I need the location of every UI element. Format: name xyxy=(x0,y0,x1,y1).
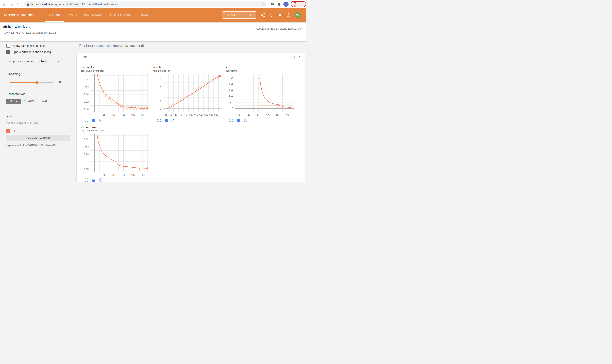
chart-plot-area[interactable]: 04k8k12k16k20k0.180.220.260.30.34 xyxy=(81,73,151,117)
send-feedback-button[interactable]: SEND FEEDBACK xyxy=(222,12,256,19)
tab-text[interactable]: TEXT xyxy=(153,8,166,22)
collapse-chevron-icon[interactable] xyxy=(298,55,301,58)
browser-update-button[interactable]: 更新 ⋮ xyxy=(291,1,306,7)
user-avatar[interactable]: W xyxy=(294,12,301,18)
chart-plot-area[interactable]: 04k8k12k16k20k0.180.220.260.30.34 xyxy=(81,133,151,177)
fit-domain-icon[interactable] xyxy=(172,118,175,122)
chevron-down-icon xyxy=(57,61,59,62)
svg-text:0.34: 0.34 xyxy=(84,138,89,141)
smoothing-value-input[interactable]: 0.6 xyxy=(57,80,70,85)
header-tabs: SCALARSGRAPHSHISTOGRAMSDISTRIBUTIONSHPAR… xyxy=(45,8,166,22)
svg-text:2k: 2k xyxy=(170,114,172,116)
experiment-id-label: experiment LJI9MWUORLOw3jkdhxwk8A xyxy=(6,144,76,147)
horizontal-axis-buttons: STEPRELATIVEWALL xyxy=(6,99,76,104)
expand-chart-icon[interactable] xyxy=(85,178,88,182)
fit-domain-icon[interactable] xyxy=(244,118,248,122)
smoothing-label: Smoothing xyxy=(6,72,76,76)
tab-graphs[interactable]: GRAPHS xyxy=(64,8,82,22)
svg-text:8k: 8k xyxy=(112,114,115,116)
svg-text:0: 0 xyxy=(232,107,233,110)
browser-toolbar: tensorboard.dev/experiment/LJI9MWUORLOw3… xyxy=(0,0,306,8)
svg-text:12k: 12k xyxy=(122,114,125,116)
chart-tot_avg_loss: tot_avg_losstag: train/tot_avg_loss04k8k… xyxy=(81,126,151,182)
tag-group-header[interactable]: train 4 xyxy=(77,53,305,61)
tooltip-sorting-label: Tooltip sorting method: xyxy=(6,60,35,64)
tab-scalars[interactable]: SCALARS xyxy=(45,8,64,22)
toggle-y-axis-icon[interactable] xyxy=(92,178,96,182)
svg-text:12: 12 xyxy=(158,85,161,88)
svg-text:20k: 20k xyxy=(141,114,145,116)
toggle-all-runs-button[interactable]: TOGGLE ALL RUNS xyxy=(6,135,70,141)
reload-icon[interactable] xyxy=(15,1,22,8)
url-text: tensorboard.dev/experiment/LJI9MWUORLOw3… xyxy=(31,2,118,6)
chart-title: epoch xyxy=(153,66,223,69)
fit-domain-icon[interactable] xyxy=(99,118,103,122)
svg-text:18k: 18k xyxy=(209,114,213,116)
tag-group-count: 4 xyxy=(294,55,295,59)
svg-text:16: 16 xyxy=(158,78,161,80)
lock-icon xyxy=(27,3,29,6)
experiment-created: Created on Sep 13, 2021, 11:59:23 AM xyxy=(256,27,302,30)
chart-title: tot_avg_loss xyxy=(81,126,151,129)
bookmark-star-icon[interactable]: ☆ xyxy=(262,2,265,6)
smoothing-slider[interactable] xyxy=(10,82,53,83)
ignore-outliers-checkbox[interactable] xyxy=(6,50,10,54)
chart-title: current_loss xyxy=(81,66,151,69)
svg-text:0.34: 0.34 xyxy=(84,78,89,81)
extensions-puzzle-icon[interactable] xyxy=(276,1,282,7)
extension-bowl-icon[interactable] xyxy=(269,1,276,7)
expand-chart-icon[interactable] xyxy=(85,118,88,122)
axis-button-wall[interactable]: WALL xyxy=(37,99,54,104)
browser-profile-avatar[interactable]: k xyxy=(283,2,289,7)
tag-group-name: train xyxy=(82,55,87,59)
tab-histograms[interactable]: HISTOGRAMS xyxy=(82,8,106,22)
share-icon[interactable] xyxy=(259,11,267,19)
svg-text:16k: 16k xyxy=(204,114,208,116)
svg-text:0.26: 0.26 xyxy=(84,153,89,156)
axis-button-step[interactable]: STEP xyxy=(6,99,21,104)
expand-chart-icon[interactable] xyxy=(229,118,233,122)
chart-toolbar xyxy=(81,118,151,122)
tooltip-sorting-select[interactable]: default xyxy=(38,59,60,64)
help-icon[interactable]: ? xyxy=(284,11,293,19)
tooltip-sorting-value: default xyxy=(38,59,47,63)
svg-text:8: 8 xyxy=(160,92,161,95)
svg-text:4k: 4k xyxy=(103,114,105,116)
chart-current_loss: current_losstag: train/current_loss04k8k… xyxy=(81,66,151,122)
divider xyxy=(0,113,76,113)
back-icon[interactable] xyxy=(1,1,8,8)
run-checkbox[interactable] xyxy=(6,129,10,133)
svg-text:20k: 20k xyxy=(214,114,218,116)
fit-domain-icon[interactable] xyxy=(99,178,103,182)
show-download-checkbox[interactable] xyxy=(6,44,10,48)
chart-tag: tag: train/lr xyxy=(226,69,296,72)
filter-tags-input[interactable]: Filter tags (regular expressions support… xyxy=(77,43,305,49)
svg-text:0.22: 0.22 xyxy=(84,101,89,103)
chart-plot-area[interactable]: 04k8k12k16k20k02e-44e-46e-48e-41e-3 xyxy=(226,73,296,117)
tab-hparams[interactable]: HPARAMS xyxy=(134,8,153,22)
toggle-y-axis-icon[interactable] xyxy=(237,118,240,122)
svg-text:20k: 20k xyxy=(141,174,145,176)
svg-text:8k: 8k xyxy=(257,114,260,116)
forward-icon[interactable] xyxy=(8,1,15,8)
toggle-y-axis-icon[interactable] xyxy=(92,118,96,122)
expand-chart-icon[interactable] xyxy=(157,118,161,122)
tab-distributions[interactable]: DISTRIBUTIONS xyxy=(106,8,134,22)
svg-text:0.3: 0.3 xyxy=(85,145,89,148)
address-bar[interactable]: tensorboard.dev/experiment/LJI9MWUORLOw3… xyxy=(24,1,267,7)
run-name: . xyxy=(18,129,18,132)
settings-gear-icon[interactable] xyxy=(276,11,284,19)
svg-text:0: 0 xyxy=(94,174,95,176)
svg-text:2e-4: 2e-4 xyxy=(229,101,233,104)
runs-regex-input[interactable]: Write a regex to filter runs xyxy=(6,121,70,126)
svg-text:0: 0 xyxy=(94,114,95,116)
chart-plot-area[interactable]: 02k4k6k8k10k12k14k16k18k20k0481216 xyxy=(153,73,223,117)
chart-title: lr xyxy=(226,66,296,69)
browser-menu-dots-icon[interactable]: ⋮ xyxy=(301,2,304,6)
refresh-icon[interactable] xyxy=(267,11,276,19)
filter-tags-placeholder: Filter tags (regular expressions support… xyxy=(84,44,144,47)
axis-button-relative[interactable]: RELATIVE xyxy=(21,99,37,104)
toggle-y-axis-icon[interactable] xyxy=(164,118,168,122)
slider-thumb[interactable] xyxy=(35,81,38,84)
experiment-description: TDNN-LSTM CTC model for aishell with ice… xyxy=(3,31,303,34)
